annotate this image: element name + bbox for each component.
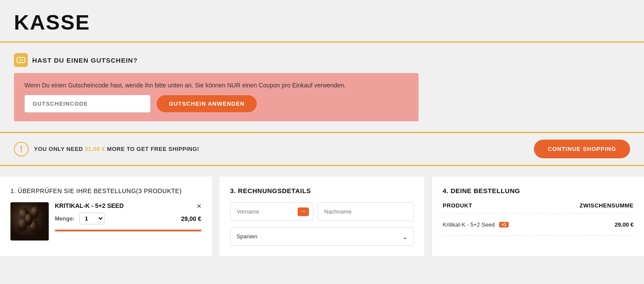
info-icon: ! (14, 142, 29, 157)
country-select[interactable]: Spanien Deutschland Österreich Schweiz (230, 227, 414, 246)
summary-product-row: Kritikal-K - 5+2 Seed ×1 29,00 € (443, 217, 634, 232)
firstname-field-wrapper: ··· (230, 202, 313, 221)
product-row: KRITIKAL-K - 5+2 SEED Menge: 1 2 3 29,00… (10, 202, 201, 241)
summary-column: 4. DEINE BESTELLUNG PRODUKT ZWISCHENSUMM… (432, 177, 644, 256)
summary-table-header: PRODUKT ZWISCHENSUMME (443, 202, 634, 209)
product-image-inner (10, 202, 49, 241)
order-review-column: 1. ÜBERPRÜFEN SIE IHRE BESTELLUNG(3 PROD… (0, 177, 212, 256)
order-review-title: 1. ÜBERPRÜFEN SIE IHRE BESTELLUNG(3 PROD… (10, 187, 201, 194)
page-header: KASSE (0, 0, 644, 43)
country-select-wrapper: Spanien Deutschland Österreich Schweiz ⌄ (230, 227, 414, 246)
product-orange-bar (55, 230, 201, 231)
summary-product-name-wrapper: Kritikal-K - 5+2 Seed ×1 (443, 221, 508, 228)
product-image (10, 202, 49, 241)
coupon-apply-button[interactable]: GUTSCHEIN ANWENDEN (157, 95, 257, 112)
coupon-icon: % (14, 53, 28, 67)
summary-total-col-header: ZWISCHENSUMME (580, 202, 634, 209)
summary-divider (443, 213, 634, 214)
product-price: 29,00 € (181, 215, 201, 222)
product-name: KRITIKAL-K - 5+2 SEED (55, 202, 201, 209)
quantity-label-wrapper: Menge: 1 2 3 (55, 213, 104, 224)
billing-column: 3. RECHNUNGSDETAILS ··· Spanien Deutschl… (220, 177, 425, 256)
lastname-input[interactable] (318, 202, 414, 221)
continue-shopping-button[interactable]: CONTINUE SHOPPING (534, 140, 630, 158)
svg-text:%: % (20, 59, 23, 62)
product-info: KRITIKAL-K - 5+2 SEED Menge: 1 2 3 29,00… (55, 202, 201, 231)
summary-quantity-badge: ×1 (499, 222, 508, 227)
summary-product-col-header: PRODUKT (443, 202, 472, 209)
shipping-text: YOU ONLY NEED 31,00 € MORE TO GET FREE S… (34, 146, 199, 152)
name-row: ··· (230, 202, 414, 221)
quantity-label: Menge: (55, 215, 75, 222)
coupon-section: % HAST DU EINEN GUTSCHEIN? Wenn Du einen… (0, 43, 644, 133)
coupon-header: % HAST DU EINEN GUTSCHEIN? (14, 53, 630, 67)
firstname-icon: ··· (298, 207, 309, 216)
coupon-title: HAST DU EINEN GUTSCHEIN? (32, 57, 138, 64)
summary-product-price: 29,00 € (615, 221, 634, 228)
shipping-left: ! YOU ONLY NEED 31,00 € MORE TO GET FREE… (14, 142, 199, 157)
billing-title: 3. RECHNUNGSDETAILS (230, 187, 414, 194)
quantity-row: Menge: 1 2 3 29,00 € (55, 213, 201, 224)
summary-product-name: Kritikal-K - 5+2 Seed (443, 221, 495, 228)
summary-divider-2 (443, 235, 634, 236)
coupon-notice: Wenn Du einen Gutscheincode hast, wende … (24, 82, 408, 89)
main-grid: 1. ÜBERPRÜFEN SIE IHRE BESTELLUNG(3 PROD… (0, 166, 644, 256)
coupon-input[interactable] (24, 95, 151, 113)
coupon-row: GUTSCHEIN ANWENDEN (24, 95, 408, 113)
shipping-banner: ! YOU ONLY NEED 31,00 € MORE TO GET FREE… (0, 133, 644, 166)
page-title: KASSE (14, 10, 630, 34)
coupon-box: Wenn Du einen Gutscheincode hast, wende … (14, 73, 419, 121)
remove-product-button[interactable]: × (197, 202, 201, 210)
quantity-select[interactable]: 1 2 3 (79, 213, 104, 224)
summary-title: 4. DEINE BESTELLUNG (443, 187, 634, 194)
